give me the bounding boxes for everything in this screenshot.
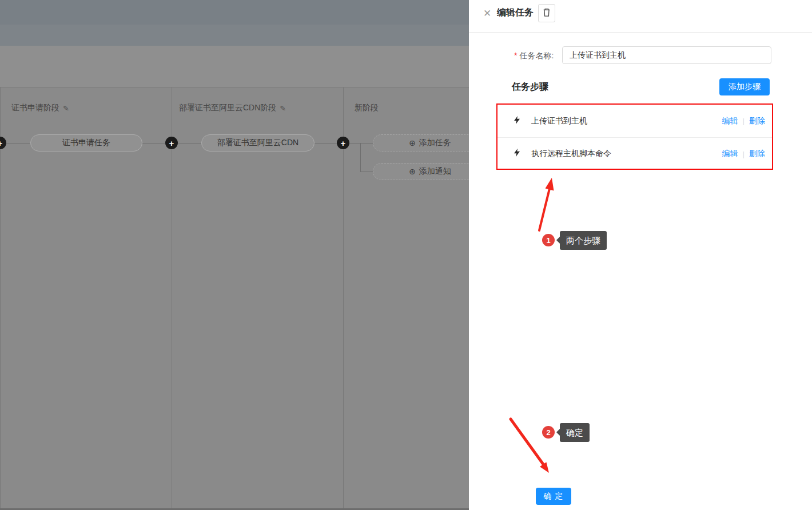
- stage-title-3: 新阶段: [355, 103, 379, 113]
- task-node-label: 部署证书至阿里云CDN: [217, 138, 298, 148]
- task-name-label: 任务名称:: [519, 51, 554, 60]
- pipeline-toolbar: [0, 46, 469, 87]
- add-task-label: 添加任务: [419, 138, 451, 148]
- close-icon[interactable]: ✕: [483, 7, 491, 19]
- trash-icon: [542, 8, 551, 19]
- plus-icon: +: [341, 139, 346, 148]
- edit-step-link[interactable]: 编辑: [722, 116, 738, 126]
- stage-title-2: 部署证书至阿里云CDN阶段 ✎: [179, 103, 286, 113]
- task-name-input[interactable]: [562, 46, 771, 64]
- task-node-cert-apply[interactable]: 证书申请任务: [30, 134, 142, 152]
- tooltip-text: 确定: [566, 428, 583, 437]
- steps-list: 上传证书到主机 编辑 | 删除 执行远程主机脚本命令 编辑 | 删除: [497, 105, 773, 170]
- step-row: 上传证书到主机 编辑 | 删除: [497, 105, 773, 137]
- pipeline-canvas: 证书申请阶段 ✎ 部署证书至阿里云CDN阶段 ✎ 新阶段 证书申请任务 部署证书…: [0, 0, 469, 510]
- step-row: 执行远程主机脚本命令 编辑 | 删除: [497, 137, 773, 170]
- add-stage-button[interactable]: +: [0, 137, 6, 149]
- task-node-label: 证书申请任务: [62, 138, 110, 148]
- tooltip-text: 两个步骤: [566, 236, 600, 245]
- link-separator: |: [743, 117, 745, 125]
- connector-line: [360, 143, 361, 172]
- step-name: 执行远程主机脚本命令: [531, 149, 722, 159]
- stage-column-divider: [343, 87, 344, 510]
- annotation-tooltip-1: 两个步骤: [560, 231, 607, 250]
- add-circle-icon: ⊕: [409, 138, 416, 148]
- plus-icon: +: [169, 139, 174, 148]
- edit-stage-icon[interactable]: ✎: [63, 104, 69, 113]
- stage-title-text: 证书申请阶段: [11, 103, 59, 113]
- annotation-badge-1: 1: [542, 234, 555, 246]
- stage-column-divider: [0, 87, 1, 510]
- edit-step-link[interactable]: 编辑: [722, 149, 738, 159]
- edit-stage-icon[interactable]: ✎: [280, 104, 286, 113]
- lightning-icon: [513, 148, 521, 160]
- connector-line: [360, 172, 373, 172]
- lightning-icon: [513, 115, 521, 127]
- add-stage-button[interactable]: +: [337, 137, 349, 149]
- add-circle-icon: ⊕: [409, 167, 416, 176]
- edit-task-drawer: ✕ 编辑任务 *任务名称: 任务步骤 添加步骤 上传证书到主机 编辑 | 删除: [469, 0, 812, 510]
- stage-column-divider: [172, 87, 172, 510]
- step-name: 上传证书到主机: [531, 116, 722, 126]
- stage-title-text: 新阶段: [355, 103, 379, 113]
- add-step-button[interactable]: 添加步骤: [719, 78, 770, 95]
- badge-number: 1: [546, 236, 550, 245]
- app-topbar: [0, 0, 469, 46]
- delete-step-link[interactable]: 删除: [749, 149, 765, 159]
- link-separator: |: [743, 150, 745, 158]
- add-notification-button[interactable]: ⊕ 添加通知: [373, 163, 469, 180]
- header-divider: [469, 32, 812, 33]
- steps-section-title: 任务步骤: [512, 81, 548, 93]
- add-stage-button[interactable]: +: [165, 137, 178, 149]
- annotation-badge-2: 2: [542, 426, 555, 439]
- task-name-form-row: *任务名称:: [514, 47, 554, 64]
- required-asterisk: *: [514, 51, 517, 60]
- badge-number: 2: [546, 428, 550, 437]
- delete-step-link[interactable]: 删除: [749, 116, 765, 126]
- task-node-deploy-cdn[interactable]: 部署证书至阿里云CDN: [201, 134, 315, 152]
- drawer-title: 编辑任务: [497, 7, 534, 19]
- plus-icon: +: [0, 139, 2, 148]
- add-task-button[interactable]: ⊕ 添加任务: [373, 134, 469, 152]
- confirm-button[interactable]: 确 定: [536, 488, 571, 505]
- add-notification-label: 添加通知: [419, 166, 451, 177]
- delete-task-button[interactable]: [538, 4, 555, 22]
- annotation-tooltip-2: 确定: [560, 423, 590, 442]
- stage-title-text: 部署证书至阿里云CDN阶段: [179, 103, 276, 113]
- stage-title-1: 证书申请阶段 ✎: [11, 103, 69, 113]
